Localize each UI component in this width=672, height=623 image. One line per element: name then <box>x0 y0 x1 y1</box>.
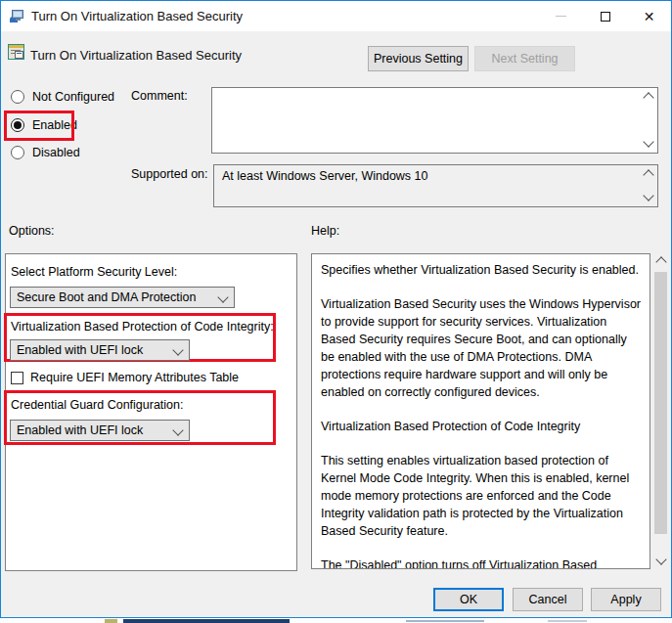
minimize-icon <box>556 16 566 17</box>
help-paragraph: Virtualization Based Security uses the W… <box>321 295 641 401</box>
previous-setting-button[interactable]: Previous Setting <box>368 46 469 71</box>
scrollbar-thumb[interactable] <box>654 272 667 534</box>
platform-security-level-dropdown[interactable]: Secure Boot and DMA Protection <box>10 287 235 308</box>
help-paragraph: Virtualization Based Protection of Code … <box>321 418 641 435</box>
radio-disabled[interactable]: Disabled <box>11 146 80 159</box>
help-section-label: Help: <box>311 224 339 238</box>
comment-label: Comment: <box>131 89 188 103</box>
checkbox-unchecked-icon[interactable] <box>11 372 23 384</box>
help-paragraph: This setting enables virtualization base… <box>321 452 641 540</box>
supported-on-box: At least Windows Server, Windows 10 <box>213 164 658 207</box>
uefi-memory-attributes-checkbox-row[interactable]: Require UEFI Memory Attributes Table <box>11 371 239 384</box>
setting-title: Turn On Virtualization Based Security <box>30 48 242 63</box>
close-button[interactable]: ✕ <box>627 1 671 31</box>
dialog-window: Turn On Virtualization Based Security ✕ … <box>0 0 672 618</box>
uefi-memory-attributes-label: Require UEFI Memory Attributes Table <box>30 371 239 384</box>
supported-on-label: Supported on: <box>131 167 208 181</box>
cancel-button[interactable]: Cancel <box>513 588 583 611</box>
help-scrollbar[interactable] <box>653 253 669 569</box>
chevron-down-icon <box>217 291 228 302</box>
chevron-down-icon <box>172 344 183 355</box>
ok-button[interactable]: OK <box>433 588 504 611</box>
chevron-up-icon[interactable] <box>643 169 653 180</box>
credential-guard-value: Enabled with UEFI lock <box>17 423 143 437</box>
chevron-down-icon[interactable] <box>643 190 653 200</box>
options-section-label: Options: <box>9 224 55 238</box>
chevron-down-icon[interactable] <box>643 136 653 147</box>
help-paragraph: Specifies whether Virtualization Based S… <box>321 261 641 279</box>
platform-security-level-label: Select Platform Security Level: <box>11 265 177 279</box>
supported-on-value: At least Windows Server, Windows 10 <box>222 169 428 183</box>
chevron-up-icon[interactable] <box>655 256 666 267</box>
code-integrity-value: Enabled with UEFI lock <box>17 343 143 357</box>
radio-icon[interactable] <box>11 146 24 159</box>
app-icon <box>9 9 24 24</box>
platform-security-level-value: Secure Boot and DMA Protection <box>17 290 196 304</box>
help-text-panel: Specifies whether Virtualization Based S… <box>311 253 650 569</box>
radio-enabled-label: Enabled <box>32 118 77 132</box>
credential-guard-dropdown[interactable]: Enabled with UEFI lock <box>10 420 190 441</box>
comment-textarea[interactable] <box>211 87 658 154</box>
next-setting-button: Next Setting <box>474 46 575 71</box>
radio-not-configured[interactable]: Not Configured <box>11 90 114 104</box>
maximize-icon <box>601 12 610 22</box>
minimize-button <box>539 1 583 31</box>
help-paragraph: The "Disabled" option turns off Virtuali… <box>321 556 641 569</box>
radio-enabled[interactable]: Enabled <box>11 118 77 132</box>
maximize-button[interactable] <box>583 1 627 31</box>
close-icon: ✕ <box>644 10 655 23</box>
code-integrity-dropdown[interactable]: Enabled with UEFI lock <box>10 339 190 361</box>
chevron-down-icon[interactable] <box>655 554 666 564</box>
radio-disabled-label: Disabled <box>32 146 80 159</box>
chevron-down-icon <box>172 424 183 435</box>
radio-not-configured-label: Not Configured <box>32 90 114 104</box>
options-panel: Select Platform Security Level: Secure B… <box>5 253 297 571</box>
code-integrity-label: Virtualization Based Protection of Code … <box>11 320 274 334</box>
window-title: Turn On Virtualization Based Security <box>31 9 243 23</box>
policy-setting-icon <box>8 44 25 61</box>
radio-selected-icon[interactable] <box>11 118 24 132</box>
credential-guard-label: Credential Guard Configuration: <box>11 398 184 412</box>
apply-button[interactable]: Apply <box>591 588 661 611</box>
radio-icon[interactable] <box>11 90 24 104</box>
chevron-up-icon[interactable] <box>643 92 653 103</box>
background-window-sliver <box>0 619 672 623</box>
